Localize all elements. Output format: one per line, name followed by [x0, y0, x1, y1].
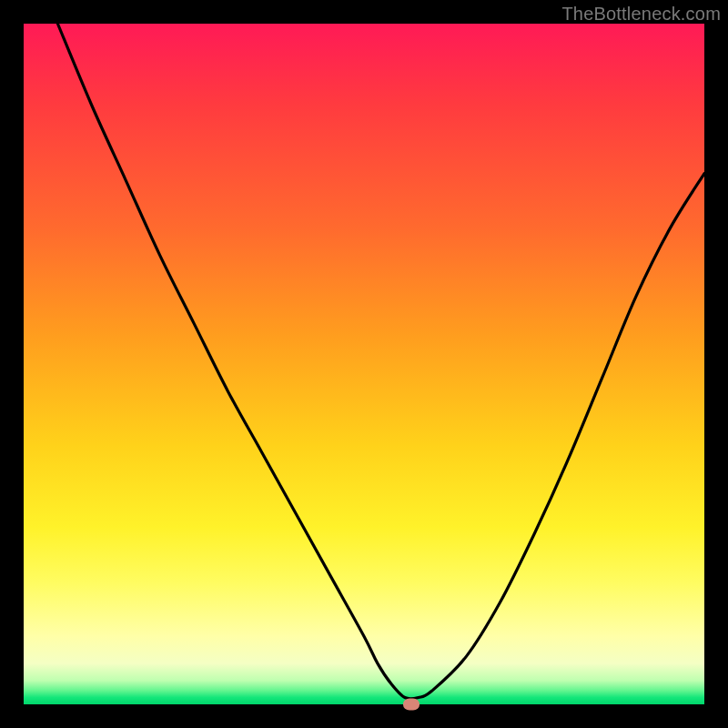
watermark-text: TheBottleneck.com: [561, 4, 721, 25]
optimal-point-marker: [403, 699, 420, 711]
bottleneck-curve: [24, 24, 704, 704]
plot-area: [24, 24, 704, 704]
chart-frame: TheBottleneck.com: [0, 0, 728, 728]
